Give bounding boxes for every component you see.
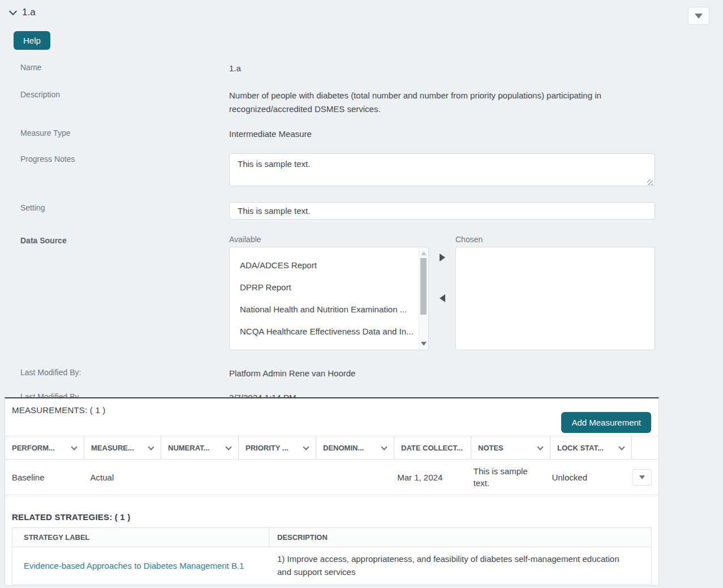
available-caption: Available [229,235,429,244]
related-strategies-title: RELATED STRATEGIES: ( 1 ) [5,495,659,527]
cell-date-collected: Mar 1, 2024 [390,471,467,483]
cell-notes: This is sample text. [467,465,545,489]
sort-chevron-icon [225,444,231,450]
sort-chevron-icon [381,444,387,450]
form-row-setting: Setting [20,202,723,220]
scrollbar[interactable] [419,248,428,349]
measure-type-value: Intermediate Measure [229,127,655,140]
measurements-panel: MEASUREMENTS: ( 1 ) Add Measurement PERF… [5,397,659,586]
measure-form: Name 1.a Description Number of people wi… [0,50,723,405]
available-items: ADA/ADCES Report DPRP Report National He… [230,247,428,342]
transfer-arrows [429,235,455,350]
column-header-notes[interactable]: NOTES [471,436,550,459]
scrollbar-thumb[interactable] [420,258,427,315]
column-header-date-collected[interactable]: DATE COLLECT... [394,436,471,459]
column-header-measure[interactable]: MEASURE... [84,436,161,459]
sort-chevron-icon [148,444,154,450]
column-header-strategy-label: STRATEGY LABEL [12,528,269,547]
resize-grip-icon[interactable] [647,179,653,185]
cell-strategy-label: Evidence-based Approaches to Diabetes Ma… [12,561,269,570]
column-label: NOTES [478,444,503,452]
column-label: MEASURE... [91,444,134,452]
chosen-caption: Chosen [455,235,655,244]
column-header-numerator[interactable]: NUMERAT... [161,436,239,459]
column-header-lock-status[interactable]: LOCK STAT... [550,436,632,459]
cell-performance: Baseline [5,471,84,483]
move-left-icon[interactable] [440,294,445,302]
column-label: PERFORM... [12,444,55,452]
triangle-down-icon [695,14,703,19]
progress-notes-label: Progress Notes [20,153,229,164]
sort-chevron-icon [303,444,309,450]
chevron-down-icon[interactable] [9,7,17,15]
cell-strategy-description: 1) Improve access, appropriateness, and … [269,547,651,584]
name-value: 1.a [229,62,655,75]
sort-chevron-icon [537,444,543,450]
column-header-description: DESCRIPTION [269,528,651,547]
cell-actions [626,469,659,486]
column-label: DENOMIN... [323,444,364,452]
triangle-down-icon [639,475,645,479]
row-menu-button[interactable] [632,469,652,486]
progress-notes-textarea[interactable]: This is sample text. [229,153,655,186]
form-row-measure-type: Measure Type Intermediate Measure [20,127,723,140]
scroll-up-icon[interactable] [421,251,427,255]
list-item[interactable]: DPRP Report [230,276,428,298]
column-header-denominator[interactable]: DENOMIN... [316,436,394,459]
available-column: Available ADA/ADCES Report DPRP Report N… [229,235,429,350]
related-strategies-table: STRATEGY LABEL DESCRIPTION Evidence-base… [12,527,652,585]
measure-detail-page: 1.a Help Name 1.a Description Number of … [0,0,723,588]
form-row-data-source: Data Source Available ADA/ADCES Report D… [20,235,723,350]
page-title: 1.a [22,7,36,18]
chosen-column: Chosen [455,235,655,350]
name-label: Name [20,62,229,72]
form-row-name: Name 1.a [20,62,723,75]
setting-label: Setting [20,202,229,212]
section-menu-button[interactable] [688,7,709,25]
list-item[interactable]: ADA/ADCES Report [230,254,428,276]
list-item[interactable]: NCQA Healthcare Effectiveness Data and I… [230,320,428,342]
measurements-header: MEASUREMENTS: ( 1 ) Add Measurement [5,398,659,436]
add-measurement-button[interactable]: Add Measurement [561,412,651,433]
column-header-priority[interactable]: PRIORITY ... [239,436,316,459]
measurement-row: Baseline Actual Mar 1, 2024 This is samp… [5,460,659,495]
last-modified-by-value: Platform Admin Rene van Hoorde [229,367,655,380]
sort-chevron-icon [618,444,625,450]
setting-input[interactable] [229,202,655,220]
strategies-table-header: STRATEGY LABEL DESCRIPTION [12,528,651,547]
top-bar: 1.a [0,0,723,25]
chosen-listbox[interactable] [455,247,655,350]
measurements-title: MEASUREMENTS: ( 1 ) [5,398,659,415]
help-button[interactable]: Help [14,31,50,50]
measure-type-label: Measure Type [20,127,229,138]
form-row-last-modified-by: Last Modified By: Platform Admin Rene va… [20,367,723,380]
data-source-label: Data Source [20,235,229,245]
cell-lock-status: Unlocked [545,471,626,483]
strategy-row: Evidence-based Approaches to Diabetes Ma… [12,547,651,584]
description-label: Description [20,89,229,99]
strategy-link[interactable]: Evidence-based Approaches to Diabetes Ma… [24,561,244,570]
column-label: PRIORITY ... [246,444,289,452]
form-row-description: Description Number of people with diabet… [20,89,723,115]
column-label: NUMERAT... [168,444,209,452]
column-label: LOCK STAT... [557,444,604,452]
scroll-down-icon[interactable] [421,342,427,346]
last-modified-by-label: Last Modified By: [20,367,229,377]
data-source-dual-list: Available ADA/ADCES Report DPRP Report N… [229,235,655,350]
column-header-performance[interactable]: PERFORM... [5,436,84,459]
column-label: DATE COLLECT... [401,444,463,452]
measurements-table-header: PERFORM... MEASURE... NUMERAT... PRIORIT… [5,436,659,460]
list-item[interactable]: National Health and Nutrition Examinatio… [230,298,428,320]
title-group: 1.a [10,7,36,18]
column-header-actions [632,436,659,459]
available-listbox[interactable]: ADA/ADCES Report DPRP Report National He… [229,247,429,350]
description-value: Number of people with diabetes (total nu… [229,89,655,115]
sort-chevron-icon [71,444,77,450]
form-row-progress-notes: Progress Notes This is sample text. [20,153,723,188]
move-right-icon[interactable] [440,254,445,261]
cell-measure: Actual [84,471,160,483]
